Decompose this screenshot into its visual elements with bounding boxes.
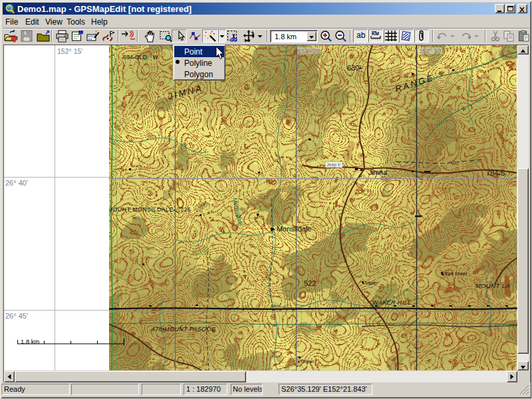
svg-text:522: 522 — [304, 279, 316, 287]
svg-text:MOUNT MONSILDALE•△726: MOUNT MONSILDALE•△726 — [109, 206, 191, 213]
svg-text:784•S: 784•S — [486, 169, 505, 177]
svg-text:MOUNT LA: MOUNT LA — [475, 282, 510, 289]
svg-text:WAKER HILL: WAKER HILL — [372, 299, 411, 306]
svg-text:630•: 630• — [347, 64, 362, 72]
svg-text:152° 25': 152° 25' — [298, 47, 321, 55]
svg-text:•Tower: •Tower — [362, 280, 378, 286]
svg-text:152° 30': 152° 30' — [419, 47, 442, 55]
svg-text:►Monsildale: ►Monsildale — [269, 225, 311, 233]
svg-text:•Tower: •Tower — [298, 358, 314, 364]
svg-text:Jeep tr: Jeep tr — [327, 162, 341, 168]
svg-text:Jimna: Jimna — [368, 168, 387, 176]
svg-text:KM: KM — [372, 31, 379, 36]
svg-text:478•MOUNT PASGOE: 478•MOUNT PASGOE — [152, 326, 216, 332]
svg-text:694•OLD W: 694•OLD W — [123, 54, 159, 61]
svg-text:▲Fire tower: ▲Fire tower — [440, 271, 467, 277]
